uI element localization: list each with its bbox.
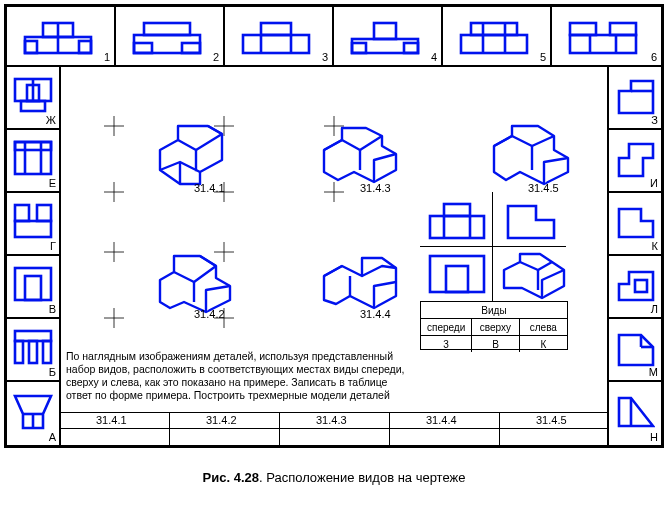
svg-rect-41 <box>29 341 37 363</box>
svg-rect-38 <box>25 276 41 300</box>
right-view-icon-i <box>617 142 655 178</box>
bottom-row-top <box>60 412 608 413</box>
svg-marker-46 <box>619 81 653 113</box>
right-cell-l: Л <box>608 255 662 318</box>
svg-rect-4 <box>79 41 91 53</box>
svg-rect-88 <box>446 266 468 292</box>
svg-rect-83 <box>444 204 470 216</box>
svg-rect-34 <box>15 221 51 237</box>
left-label: А <box>49 431 56 443</box>
views-hdr: слева <box>520 319 567 335</box>
svg-rect-87 <box>430 256 484 292</box>
left-cell-g: Г <box>6 192 60 255</box>
left-label: Е <box>49 177 56 189</box>
left-view-icon-a <box>13 394 53 430</box>
svg-rect-39 <box>15 331 51 341</box>
svg-rect-8 <box>182 43 200 53</box>
bcol-v1 <box>169 412 170 446</box>
top-cell-3: 3 <box>224 6 333 66</box>
iso-part-5 <box>484 120 574 190</box>
right-view-icon-k <box>617 207 655 239</box>
views-title: Виды <box>421 302 567 318</box>
svg-rect-6 <box>144 23 190 35</box>
figure-caption: Рис. 4.28. Расположение видов на чертеже <box>0 470 668 485</box>
svg-rect-14 <box>374 23 396 39</box>
caption-ref: Рис. 4.28 <box>203 470 259 485</box>
bottom-col: 31.4.1 <box>96 414 127 426</box>
svg-rect-30 <box>15 142 51 174</box>
example-top-view-icon <box>428 254 486 294</box>
svg-marker-55 <box>619 398 653 426</box>
right-cell-n: Н <box>608 381 662 446</box>
svg-rect-15 <box>352 43 366 53</box>
example-iso-icon <box>498 250 568 300</box>
svg-marker-49 <box>619 209 653 237</box>
example-left-view-icon <box>506 202 556 240</box>
svg-rect-82 <box>430 216 484 238</box>
bcol-v2 <box>279 412 280 446</box>
iso-part-1 <box>150 120 240 190</box>
views-hdr: сверху <box>472 319 519 335</box>
top-view-icon-4 <box>350 21 420 55</box>
views-hdr: спереди <box>421 319 472 335</box>
views-table: Виды спереди сверху слева 3 В К <box>420 301 568 350</box>
top-label: 1 <box>104 51 110 63</box>
right-cell-k: К <box>608 192 662 255</box>
top-label: 6 <box>651 51 657 63</box>
iso-label: 31.4.3 <box>360 182 391 194</box>
top-label: 3 <box>322 51 328 63</box>
page: 31.4 1 2 <box>0 0 668 508</box>
right-label: Л <box>651 303 658 315</box>
example-front-view-icon <box>428 202 486 240</box>
left-view-icon-g <box>13 203 53 239</box>
top-view-icon-1 <box>23 21 93 55</box>
left-label: Ж <box>46 114 56 126</box>
top-cell-1: 1 <box>6 6 115 66</box>
svg-rect-37 <box>15 268 51 300</box>
svg-rect-18 <box>471 23 517 35</box>
left-view-icon-v <box>13 266 53 302</box>
bottom-col: 31.4.3 <box>316 414 347 426</box>
top-view-icon-3 <box>241 21 311 55</box>
svg-rect-23 <box>610 23 636 35</box>
iso-label: 31.4.1 <box>194 182 225 194</box>
top-view-icon-6 <box>568 21 638 55</box>
right-cell-z: З <box>608 66 662 129</box>
svg-rect-13 <box>352 39 418 53</box>
left-view-icon-b <box>13 329 53 365</box>
svg-marker-52 <box>619 335 653 365</box>
bottom-col: 31.4.2 <box>206 414 237 426</box>
svg-rect-17 <box>461 35 527 53</box>
iso-label: 31.4.2 <box>194 308 225 320</box>
iso-label: 31.4.4 <box>360 308 391 320</box>
svg-rect-27 <box>21 101 45 111</box>
caption-text: . Расположение видов на чертеже <box>259 470 466 485</box>
top-view-icon-5 <box>459 21 529 55</box>
bottom-col: 31.4.4 <box>426 414 457 426</box>
example-hline <box>420 246 566 247</box>
svg-rect-22 <box>570 23 596 35</box>
left-cell-zh: Ж <box>6 66 60 129</box>
top-label: 5 <box>540 51 546 63</box>
svg-rect-40 <box>15 341 23 363</box>
top-cell-4: 4 <box>333 6 442 66</box>
views-val: 3 <box>421 336 472 352</box>
views-val: В <box>472 336 519 352</box>
top-cell-5: 5 <box>442 6 551 66</box>
bottom-col: 31.4.5 <box>536 414 567 426</box>
right-cell-i: И <box>608 129 662 192</box>
right-label: И <box>650 177 658 189</box>
left-cell-b: Б <box>6 318 60 381</box>
left-view-icon-e <box>13 140 53 176</box>
views-val: К <box>520 336 567 352</box>
bottom-row-mid <box>60 428 608 429</box>
right-cell-m: М <box>608 318 662 381</box>
right-view-icon-n <box>617 396 655 428</box>
left-label: Б <box>49 366 56 378</box>
left-cell-a: А <box>6 381 60 446</box>
svg-marker-86 <box>508 206 554 238</box>
svg-rect-51 <box>635 280 647 292</box>
top-label: 2 <box>213 51 219 63</box>
svg-rect-7 <box>134 43 152 53</box>
left-view-icon-zh <box>13 77 53 113</box>
